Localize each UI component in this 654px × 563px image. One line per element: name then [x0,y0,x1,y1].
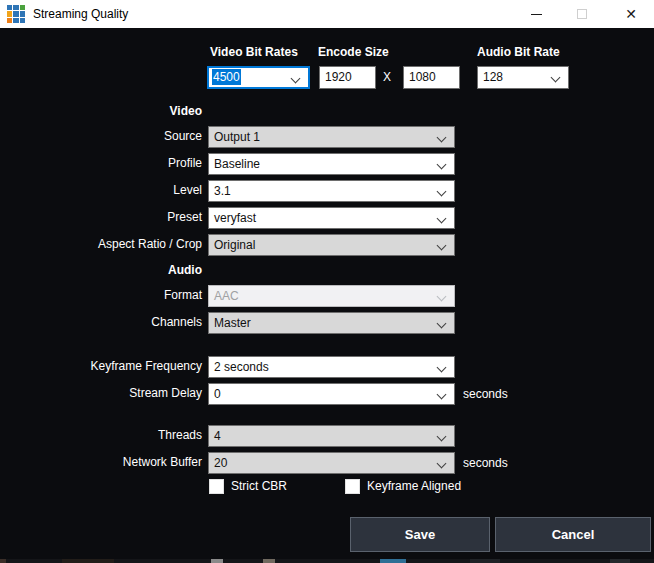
audio-bit-rate-header: Audio Bit Rate [477,45,560,59]
profile-label: Profile [2,156,202,170]
app-icon [7,5,25,23]
level-label: Level [2,183,202,197]
network-buffer-suffix: seconds [463,456,508,470]
network-buffer-row: Network Buffer 20 seconds [0,452,654,474]
desktop-edge [0,559,654,563]
threads-label: Threads [2,428,202,442]
format-row: Format AAC [0,285,654,307]
threads-dropdown[interactable]: 4 [208,425,455,447]
video-section-header: Video [2,104,202,118]
level-dropdown[interactable]: 3.1 [208,180,455,202]
save-button[interactable]: Save [350,517,490,552]
strict-cbr-label: Strict CBR [231,479,287,493]
keyframe-aligned-checkbox[interactable]: Keyframe Aligned [345,478,461,494]
preset-label: Preset [2,210,202,224]
format-dropdown: AAC [208,285,455,307]
checkbox-box [209,479,224,494]
encode-size-separator: X [383,70,391,84]
stream-delay-label: Stream Delay [2,386,202,400]
close-button[interactable]: ✕ [608,0,654,28]
video-bit-rates-header: Video Bit Rates [210,45,298,59]
maximize-icon [577,9,587,19]
stream-delay-dropdown[interactable]: 0 [208,383,455,405]
minimize-icon [531,14,542,15]
audio-section-header: Audio [2,263,202,277]
channels-row: Channels Master [0,312,654,334]
profile-row: Profile Baseline [0,153,654,175]
video-bitrate-dropdown[interactable]: 4500 [207,66,310,89]
aspect-ratio-dropdown[interactable]: Original [208,234,455,256]
channels-dropdown[interactable]: Master [208,312,455,334]
source-label: Source [2,129,202,143]
cancel-button[interactable]: Cancel [495,517,651,552]
preset-row: Preset veryfast [0,207,654,229]
level-row: Level 3.1 [0,180,654,202]
stream-delay-row: Stream Delay 0 seconds [0,383,654,405]
channels-label: Channels [2,315,202,329]
audio-bitrate-dropdown[interactable]: 128 [477,66,569,89]
preset-dropdown[interactable]: veryfast [208,207,455,229]
close-icon: ✕ [625,6,637,22]
network-buffer-dropdown[interactable]: 20 [208,452,455,474]
profile-dropdown[interactable]: Baseline [208,153,455,175]
network-buffer-label: Network Buffer [2,455,202,469]
keyframe-frequency-row: Keyframe Frequency 2 seconds [0,356,654,378]
streaming-quality-dialog: Streaming Quality ✕ Video Bit Rates Enco… [0,0,654,563]
keyframe-aligned-label: Keyframe Aligned [367,479,461,493]
format-label: Format [2,288,202,302]
minimize-button[interactable] [516,0,556,28]
checkbox-box [345,479,360,494]
aspect-ratio-row: Aspect Ratio / Crop Original [0,234,654,256]
strict-cbr-checkbox[interactable]: Strict CBR [209,478,287,494]
keyframe-frequency-label: Keyframe Frequency [2,359,202,373]
encode-height-input[interactable]: 1080 [403,66,460,89]
encode-size-header: Encode Size [318,45,389,59]
encode-width-input[interactable]: 1920 [319,66,376,89]
threads-row: Threads 4 [0,425,654,447]
source-row: Source Output 1 [0,126,654,148]
keyframe-frequency-dropdown[interactable]: 2 seconds [208,356,455,378]
window-title: Streaming Quality [33,0,128,28]
maximize-button [562,0,602,28]
stream-delay-suffix: seconds [463,387,508,401]
source-dropdown[interactable]: Output 1 [208,126,455,148]
video-bitrate-value: 4500 [212,69,241,85]
title-bar: Streaming Quality ✕ [0,0,654,28]
aspect-ratio-label: Aspect Ratio / Crop [2,237,202,251]
